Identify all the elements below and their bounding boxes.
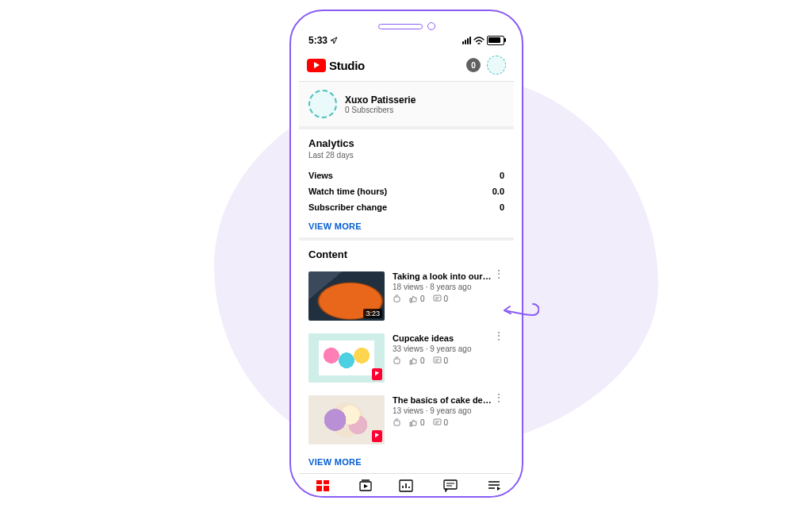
svg-rect-7 — [324, 480, 329, 484]
nav-dashboard[interactable]: Dashboard — [307, 479, 338, 498]
video-thumbnail — [308, 395, 385, 444]
visibility-icon — [393, 294, 401, 303]
stat-subs: Subscriber change 0 — [308, 199, 504, 215]
account-avatar[interactable] — [487, 56, 506, 75]
content-section: Content 3:23 Taking a look into our best… — [299, 241, 514, 473]
channel-name: Xuxo Patisserie — [345, 94, 416, 106]
stat-label: Views — [308, 171, 333, 180]
comments-stat: 0 — [433, 294, 449, 303]
status-right — [462, 36, 504, 45]
nav-label: Comments — [435, 495, 466, 498]
svg-rect-4 — [394, 421, 400, 425]
comments-stat: 0 — [433, 356, 449, 365]
battery-icon — [487, 36, 504, 45]
video-options-button[interactable]: ⋮ — [493, 333, 504, 338]
nav-content[interactable]: Content — [354, 479, 377, 498]
screen: 5:33 Studio 0 Xuxo Patisserie — [299, 33, 514, 485]
video-title: Cupcake ideas — [393, 333, 492, 343]
signal-icon — [462, 37, 471, 44]
video-stats: 0 0 — [393, 294, 504, 303]
video-thumbnail: 3:23 — [308, 271, 385, 321]
video-row[interactable]: 3:23 Taking a look into our best rec… 18… — [308, 265, 504, 327]
likes-stat: 0 — [409, 418, 425, 427]
comments-icon — [442, 479, 458, 493]
video-meta: 13 views · 9 years ago — [393, 406, 504, 415]
analytics-title: Analytics — [308, 137, 504, 149]
shorts-badge — [372, 368, 382, 380]
svg-rect-8 — [316, 486, 322, 491]
svg-rect-2 — [394, 359, 400, 364]
analytics-period: Last 28 days — [308, 151, 504, 160]
visibility-icon — [393, 418, 401, 427]
video-thumbnail — [308, 333, 385, 383]
video-row[interactable]: Cupcake ideas 33 views · 9 years ago 0 0… — [308, 327, 504, 389]
stat-value: 0.0 — [492, 187, 504, 196]
shorts-badge — [372, 430, 382, 442]
time-text: 5:33 — [308, 35, 327, 46]
visibility-icon — [393, 356, 401, 365]
video-stats: 0 0 — [393, 356, 504, 365]
stat-views: Views 0 — [308, 167, 504, 183]
nav-label: Analytics — [393, 495, 419, 498]
dashboard-icon — [315, 479, 331, 493]
stat-label: Subscriber change — [308, 202, 387, 212]
youtube-icon — [307, 59, 326, 72]
bottom-nav: Dashboard Content Analytics Comments Pla… — [299, 473, 514, 498]
channel-avatar — [308, 90, 337, 118]
stat-watchtime: Watch time (hours) 0.0 — [308, 183, 504, 199]
channel-subs: 0 Subscribers — [345, 106, 416, 114]
svg-rect-6 — [316, 480, 322, 484]
playlists-icon — [486, 479, 502, 493]
stat-label: Watch time (hours) — [308, 187, 387, 196]
video-stats: 0 0 — [393, 418, 504, 427]
analytics-view-more-link[interactable]: VIEW MORE — [308, 215, 504, 231]
svg-rect-0 — [394, 297, 400, 302]
video-meta: 33 views · 9 years ago — [393, 344, 504, 353]
nav-label: Dashboard — [307, 495, 338, 498]
video-title: Taking a look into our best rec… — [393, 271, 492, 281]
brand-text: Studio — [329, 59, 365, 72]
video-meta: 18 views · 8 years ago — [393, 283, 504, 291]
likes-stat: 0 — [409, 356, 425, 365]
location-icon — [330, 37, 338, 44]
phone-notch — [378, 22, 435, 30]
nav-label: Content — [354, 495, 377, 498]
stat-value: 0 — [500, 171, 504, 180]
nav-playlists[interactable]: Playlists — [482, 479, 505, 498]
status-time: 5:33 — [308, 35, 338, 46]
duration-badge: 3:23 — [363, 309, 382, 318]
channel-row[interactable]: Xuxo Patisserie 0 Subscribers — [299, 82, 514, 129]
app-header: Studio 0 — [299, 51, 514, 82]
analytics-icon — [398, 479, 414, 493]
svg-rect-12 — [444, 480, 457, 489]
nav-label: Playlists — [482, 495, 505, 498]
stat-value: 0 — [500, 202, 504, 212]
content-view-more-link[interactable]: VIEW MORE — [308, 451, 504, 467]
content-icon — [358, 479, 373, 493]
video-title: The basics of cake design — [393, 395, 492, 405]
brand[interactable]: Studio — [307, 59, 365, 72]
wifi-icon — [473, 37, 485, 45]
nav-comments[interactable]: Comments — [435, 479, 466, 498]
status-bar: 5:33 — [299, 33, 514, 51]
notification-badge[interactable]: 0 — [466, 58, 481, 72]
content-title: Content — [308, 248, 504, 260]
video-row[interactable]: The basics of cake design 13 views · 9 y… — [308, 389, 504, 451]
svg-rect-9 — [324, 486, 329, 491]
video-options-button[interactable]: ⋮ — [493, 271, 504, 276]
comments-stat: 0 — [433, 418, 449, 427]
analytics-section: Analytics Last 28 days Views 0 Watch tim… — [299, 129, 514, 241]
phone-frame: 5:33 Studio 0 Xuxo Patisserie — [289, 10, 523, 498]
video-options-button[interactable]: ⋮ — [493, 395, 504, 400]
likes-stat: 0 — [409, 294, 425, 303]
nav-analytics[interactable]: Analytics — [393, 479, 419, 498]
